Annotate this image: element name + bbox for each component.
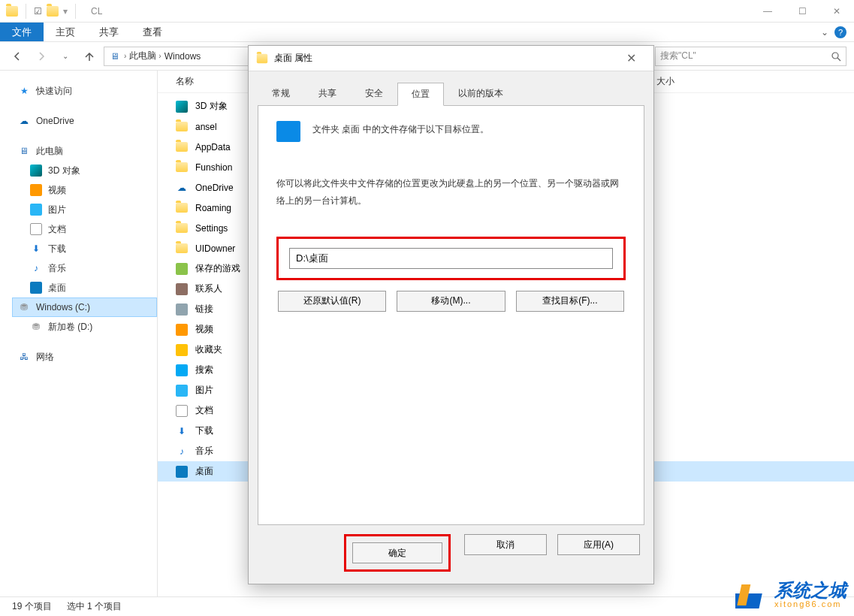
- folder-icon: [176, 162, 188, 172]
- tab-location[interactable]: 位置: [397, 83, 444, 106]
- downloads-icon: ⬇: [176, 425, 188, 437]
- network-icon: 🖧: [18, 351, 30, 363]
- desktop-icon: [176, 466, 188, 478]
- svg-point-0: [832, 53, 838, 59]
- tab-general[interactable]: 常规: [258, 82, 304, 105]
- maximize-button[interactable]: ☐: [785, 0, 819, 23]
- window-title: CL: [91, 6, 102, 17]
- item-label: 联系人: [195, 282, 222, 295]
- dialog-paragraph: 你可以将此文件夹中文件存储的位置更改为此硬盘上的另一个位置、另一个驱动器或网络上…: [276, 175, 626, 210]
- watermark-subtitle: xitong86.com: [774, 599, 846, 608]
- ok-button[interactable]: 确定: [352, 542, 442, 563]
- ribbon-tab-home[interactable]: 主页: [44, 23, 87, 41]
- search-input[interactable]: 搜索"CL": [655, 47, 846, 66]
- move-button[interactable]: 移动(M)...: [397, 291, 505, 312]
- nav-item-label: 图片: [48, 204, 66, 216]
- video-icon: [30, 184, 42, 196]
- item-label: 下载: [195, 424, 213, 437]
- item-label: 音乐: [195, 445, 213, 457]
- search-placeholder: 搜索"CL": [660, 50, 696, 62]
- pictures-icon: [30, 204, 42, 216]
- video-icon: [176, 324, 188, 336]
- nav-item[interactable]: 视频: [15, 180, 157, 200]
- dialog-close-button[interactable]: ✕: [616, 51, 646, 65]
- folder-icon: [176, 243, 188, 253]
- dialog-line1: 文件夹 桌面 中的文件存储于以下目标位置。: [312, 121, 489, 138]
- status-item-count: 19 个项目: [12, 600, 52, 613]
- nav-item-label: 视频: [48, 184, 66, 197]
- desktop-icon: [276, 121, 300, 142]
- nav-item-label: 下载: [48, 243, 66, 255]
- navigation-pane: ★ 快速访问 ☁ OneDrive 🖥 此电脑 3D 对象视频图片文档⬇下载♪音…: [0, 71, 158, 596]
- tab-security[interactable]: 安全: [351, 82, 397, 105]
- disk-icon: ⛃: [18, 301, 30, 313]
- music-icon: ♪: [176, 445, 188, 457]
- qat-checkbox-icon[interactable]: ☑: [34, 6, 42, 17]
- nav-onedrive[interactable]: ☁ OneDrive: [15, 111, 157, 131]
- apply-button[interactable]: 应用(A): [557, 534, 640, 555]
- properties-dialog: 桌面 属性 ✕ 常规 共享 安全 位置 以前的版本 文件夹 桌面 中的文件存储于…: [248, 45, 654, 584]
- documents-icon: [176, 405, 188, 417]
- column-size[interactable]: 大小: [656, 75, 674, 88]
- item-label: ansel: [195, 122, 217, 132]
- nav-item[interactable]: 文档: [15, 219, 157, 239]
- nav-item[interactable]: 3D 对象: [15, 161, 157, 180]
- nav-item[interactable]: 桌面: [15, 278, 157, 297]
- documents-icon: [30, 223, 42, 235]
- ribbon-tab-view[interactable]: 查看: [131, 23, 174, 41]
- item-label: Settings: [195, 223, 228, 234]
- nav-network[interactable]: 🖧 网络: [15, 347, 157, 367]
- up-button[interactable]: [80, 47, 99, 66]
- item-label: 文档: [195, 404, 213, 417]
- breadcrumb-segment[interactable]: 此电脑›: [129, 50, 161, 62]
- nav-item[interactable]: 图片: [15, 200, 157, 219]
- nav-item-label: 新加卷 (D:): [48, 321, 92, 334]
- nav-item-label: 桌面: [48, 282, 66, 294]
- dialog-titlebar[interactable]: 桌面 属性 ✕: [249, 46, 653, 71]
- item-label: 视频: [195, 323, 213, 336]
- nav-item-label: 音乐: [48, 262, 66, 275]
- app-icon: [6, 6, 18, 17]
- music-icon: ♪: [30, 262, 42, 274]
- saved-games-icon: [176, 263, 188, 275]
- nav-item[interactable]: ⛃Windows (C:): [12, 297, 157, 317]
- item-label: OneDrive: [195, 183, 234, 193]
- nav-item-label: Windows (C:): [36, 302, 90, 313]
- pc-icon: 🖥: [18, 145, 30, 157]
- 3d-icon: [30, 165, 42, 177]
- cancel-button[interactable]: 取消: [464, 534, 547, 555]
- title-bar: ☑ ▾ CL — ☐ ✕: [0, 0, 854, 23]
- desktop-icon: [30, 282, 42, 294]
- forward-button[interactable]: [32, 47, 51, 66]
- ribbon-tab-share[interactable]: 共享: [87, 23, 131, 41]
- downloads-icon: ⬇: [30, 243, 42, 255]
- tab-previous-versions[interactable]: 以前的版本: [444, 82, 518, 105]
- nav-this-pc[interactable]: 🖥 此电脑: [15, 141, 157, 161]
- minimize-button[interactable]: —: [750, 0, 785, 23]
- ribbon-tab-file[interactable]: 文件: [0, 23, 44, 41]
- folder-icon: [176, 122, 188, 131]
- folder-icon: [176, 142, 188, 152]
- nav-quick-access[interactable]: ★ 快速访问: [15, 81, 157, 101]
- help-icon[interactable]: ?: [834, 26, 846, 38]
- item-label: UIDowner: [195, 243, 235, 254]
- item-label: 桌面: [195, 465, 213, 478]
- dialog-tabs: 常规 共享 安全 位置 以前的版本: [249, 71, 653, 105]
- tab-sharing[interactable]: 共享: [304, 82, 351, 105]
- qat-folder-icon[interactable]: [47, 6, 59, 17]
- restore-default-button[interactable]: 还原默认值(R): [278, 291, 386, 312]
- nav-item[interactable]: ⬇下载: [15, 239, 157, 258]
- item-label: 搜索: [195, 364, 213, 376]
- back-button[interactable]: [8, 47, 27, 66]
- recent-dropdown[interactable]: ⌄: [56, 47, 75, 66]
- close-button[interactable]: ✕: [819, 0, 854, 23]
- ribbon-expand-icon[interactable]: ⌄: [821, 27, 828, 38]
- nav-item[interactable]: ⛃新加卷 (D:): [15, 317, 157, 337]
- search-icon[interactable]: [831, 51, 841, 62]
- breadcrumb-segment[interactable]: Windows: [164, 51, 201, 62]
- nav-item[interactable]: ♪音乐: [15, 258, 157, 278]
- watermark-logo-icon: [735, 578, 768, 611]
- location-path-input[interactable]: [289, 248, 613, 269]
- find-target-button[interactable]: 查找目标(F)...: [516, 291, 624, 312]
- dialog-body: 文件夹 桌面 中的文件存储于以下目标位置。 你可以将此文件夹中文件存储的位置更改…: [258, 105, 644, 525]
